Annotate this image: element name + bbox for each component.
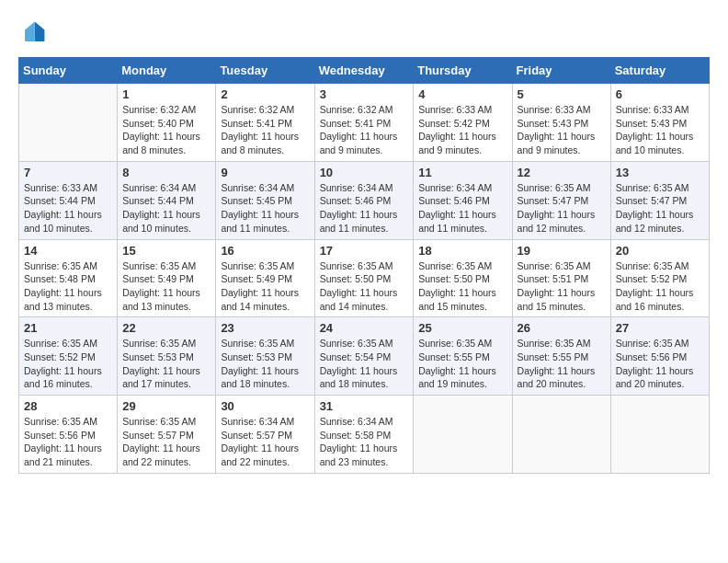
day-number: 19 xyxy=(518,244,606,258)
calendar-week-row: 21Sunrise: 6:35 AM Sunset: 5:52 PM Dayli… xyxy=(19,317,710,396)
page-header xyxy=(18,18,710,48)
calendar-cell: 29Sunrise: 6:35 AM Sunset: 5:57 PM Dayli… xyxy=(118,396,216,474)
day-info: Sunrise: 6:35 AM Sunset: 5:53 PM Dayligh… xyxy=(221,337,309,391)
calendar-cell: 17Sunrise: 6:35 AM Sunset: 5:50 PM Dayli… xyxy=(314,239,414,317)
calendar-cell: 15Sunrise: 6:35 AM Sunset: 5:49 PM Dayli… xyxy=(118,239,216,317)
day-info: Sunrise: 6:35 AM Sunset: 5:51 PM Dayligh… xyxy=(518,259,606,314)
calendar-cell: 2Sunrise: 6:32 AM Sunset: 5:41 PM Daylig… xyxy=(216,84,314,162)
logo xyxy=(18,18,51,48)
day-info: Sunrise: 6:34 AM Sunset: 5:45 PM Dayligh… xyxy=(221,181,309,236)
day-info: Sunrise: 6:34 AM Sunset: 5:58 PM Dayligh… xyxy=(320,415,409,469)
day-number: 18 xyxy=(418,244,506,258)
day-info: Sunrise: 6:33 AM Sunset: 5:44 PM Dayligh… xyxy=(24,181,112,236)
day-number: 22 xyxy=(122,321,210,335)
calendar-cell: 16Sunrise: 6:35 AM Sunset: 5:49 PM Dayli… xyxy=(216,239,314,317)
day-info: Sunrise: 6:34 AM Sunset: 5:46 PM Dayligh… xyxy=(320,181,409,236)
svg-marker-0 xyxy=(35,22,45,41)
day-of-week-header: Thursday xyxy=(414,58,512,84)
day-info: Sunrise: 6:33 AM Sunset: 5:43 PM Dayligh… xyxy=(616,103,704,157)
calendar-cell: 24Sunrise: 6:35 AM Sunset: 5:54 PM Dayli… xyxy=(314,317,414,396)
day-info: Sunrise: 6:35 AM Sunset: 5:50 PM Dayligh… xyxy=(320,259,409,314)
day-number: 21 xyxy=(24,321,112,335)
calendar-cell: 27Sunrise: 6:35 AM Sunset: 5:56 PM Dayli… xyxy=(610,317,709,396)
day-of-week-header: Saturday xyxy=(610,58,709,84)
day-info: Sunrise: 6:35 AM Sunset: 5:56 PM Dayligh… xyxy=(616,337,704,391)
calendar-cell xyxy=(19,84,118,162)
day-info: Sunrise: 6:35 AM Sunset: 5:52 PM Dayligh… xyxy=(616,259,704,314)
calendar-cell: 23Sunrise: 6:35 AM Sunset: 5:53 PM Dayli… xyxy=(216,317,314,396)
day-number: 15 xyxy=(122,244,210,258)
day-number: 14 xyxy=(24,244,112,258)
calendar-header-row: SundayMondayTuesdayWednesdayThursdayFrid… xyxy=(19,58,710,84)
day-of-week-header: Friday xyxy=(512,58,610,84)
calendar-cell: 25Sunrise: 6:35 AM Sunset: 5:55 PM Dayli… xyxy=(414,317,512,396)
calendar-cell: 30Sunrise: 6:34 AM Sunset: 5:57 PM Dayli… xyxy=(216,396,314,474)
calendar-cell: 14Sunrise: 6:35 AM Sunset: 5:48 PM Dayli… xyxy=(19,239,118,317)
day-number: 12 xyxy=(518,166,606,179)
day-info: Sunrise: 6:35 AM Sunset: 5:54 PM Dayligh… xyxy=(320,337,409,391)
calendar-cell: 1Sunrise: 6:32 AM Sunset: 5:40 PM Daylig… xyxy=(118,84,216,162)
svg-marker-1 xyxy=(25,22,35,41)
calendar-cell: 12Sunrise: 6:35 AM Sunset: 5:47 PM Dayli… xyxy=(512,161,610,239)
calendar-cell: 20Sunrise: 6:35 AM Sunset: 5:52 PM Dayli… xyxy=(610,239,709,317)
day-info: Sunrise: 6:35 AM Sunset: 5:53 PM Dayligh… xyxy=(122,337,210,391)
calendar-cell xyxy=(512,396,610,474)
calendar-cell: 8Sunrise: 6:34 AM Sunset: 5:44 PM Daylig… xyxy=(118,161,216,239)
day-of-week-header: Monday xyxy=(118,58,216,84)
day-number: 17 xyxy=(320,244,409,258)
day-info: Sunrise: 6:35 AM Sunset: 5:56 PM Dayligh… xyxy=(24,415,112,469)
calendar-cell: 21Sunrise: 6:35 AM Sunset: 5:52 PM Dayli… xyxy=(19,317,118,396)
calendar-cell: 13Sunrise: 6:35 AM Sunset: 5:47 PM Dayli… xyxy=(610,161,709,239)
day-info: Sunrise: 6:35 AM Sunset: 5:47 PM Dayligh… xyxy=(518,181,606,236)
day-number: 26 xyxy=(518,321,606,335)
calendar-cell: 19Sunrise: 6:35 AM Sunset: 5:51 PM Dayli… xyxy=(512,239,610,317)
calendar-week-row: 7Sunrise: 6:33 AM Sunset: 5:44 PM Daylig… xyxy=(19,161,710,239)
calendar-cell: 28Sunrise: 6:35 AM Sunset: 5:56 PM Dayli… xyxy=(19,396,118,474)
day-number: 6 xyxy=(616,87,704,101)
day-info: Sunrise: 6:35 AM Sunset: 5:52 PM Dayligh… xyxy=(24,337,112,391)
calendar-cell: 6Sunrise: 6:33 AM Sunset: 5:43 PM Daylig… xyxy=(610,84,709,162)
day-info: Sunrise: 6:35 AM Sunset: 5:49 PM Dayligh… xyxy=(221,259,309,314)
day-number: 27 xyxy=(616,321,704,335)
day-info: Sunrise: 6:35 AM Sunset: 5:55 PM Dayligh… xyxy=(518,337,606,391)
calendar-cell: 5Sunrise: 6:33 AM Sunset: 5:43 PM Daylig… xyxy=(512,84,610,162)
day-number: 2 xyxy=(221,87,309,101)
day-number: 24 xyxy=(320,321,409,335)
calendar-cell xyxy=(414,396,512,474)
day-info: Sunrise: 6:32 AM Sunset: 5:41 PM Dayligh… xyxy=(320,103,409,157)
calendar-cell xyxy=(610,396,709,474)
calendar-cell: 11Sunrise: 6:34 AM Sunset: 5:46 PM Dayli… xyxy=(414,161,512,239)
day-info: Sunrise: 6:33 AM Sunset: 5:43 PM Dayligh… xyxy=(518,103,606,157)
day-of-week-header: Wednesday xyxy=(314,58,414,84)
calendar-cell: 4Sunrise: 6:33 AM Sunset: 5:42 PM Daylig… xyxy=(414,84,512,162)
calendar-week-row: 28Sunrise: 6:35 AM Sunset: 5:56 PM Dayli… xyxy=(19,396,710,474)
day-number: 30 xyxy=(221,399,309,413)
day-number: 29 xyxy=(122,399,210,413)
day-info: Sunrise: 6:34 AM Sunset: 5:57 PM Dayligh… xyxy=(221,415,309,469)
day-info: Sunrise: 6:32 AM Sunset: 5:41 PM Dayligh… xyxy=(221,103,309,157)
day-number: 28 xyxy=(24,399,112,413)
day-info: Sunrise: 6:35 AM Sunset: 5:57 PM Dayligh… xyxy=(122,415,210,469)
day-number: 1 xyxy=(122,87,210,101)
day-of-week-header: Tuesday xyxy=(216,58,314,84)
day-number: 3 xyxy=(320,87,409,101)
calendar-cell: 22Sunrise: 6:35 AM Sunset: 5:53 PM Dayli… xyxy=(118,317,216,396)
day-info: Sunrise: 6:35 AM Sunset: 5:48 PM Dayligh… xyxy=(24,259,112,314)
day-info: Sunrise: 6:33 AM Sunset: 5:42 PM Dayligh… xyxy=(418,103,506,157)
day-info: Sunrise: 6:34 AM Sunset: 5:44 PM Dayligh… xyxy=(122,181,210,236)
day-number: 8 xyxy=(122,166,210,179)
day-number: 11 xyxy=(418,166,506,179)
day-number: 7 xyxy=(24,166,112,179)
day-number: 4 xyxy=(418,87,506,101)
calendar-cell: 7Sunrise: 6:33 AM Sunset: 5:44 PM Daylig… xyxy=(19,161,118,239)
day-number: 5 xyxy=(518,87,606,101)
day-number: 25 xyxy=(418,321,506,335)
day-info: Sunrise: 6:35 AM Sunset: 5:50 PM Dayligh… xyxy=(418,259,506,314)
day-info: Sunrise: 6:35 AM Sunset: 5:55 PM Dayligh… xyxy=(418,337,506,391)
calendar-cell: 3Sunrise: 6:32 AM Sunset: 5:41 PM Daylig… xyxy=(314,84,414,162)
day-number: 16 xyxy=(221,244,309,258)
calendar-cell: 31Sunrise: 6:34 AM Sunset: 5:58 PM Dayli… xyxy=(314,396,414,474)
day-info: Sunrise: 6:34 AM Sunset: 5:46 PM Dayligh… xyxy=(418,181,506,236)
day-number: 20 xyxy=(616,244,704,258)
day-info: Sunrise: 6:35 AM Sunset: 5:49 PM Dayligh… xyxy=(122,259,210,314)
